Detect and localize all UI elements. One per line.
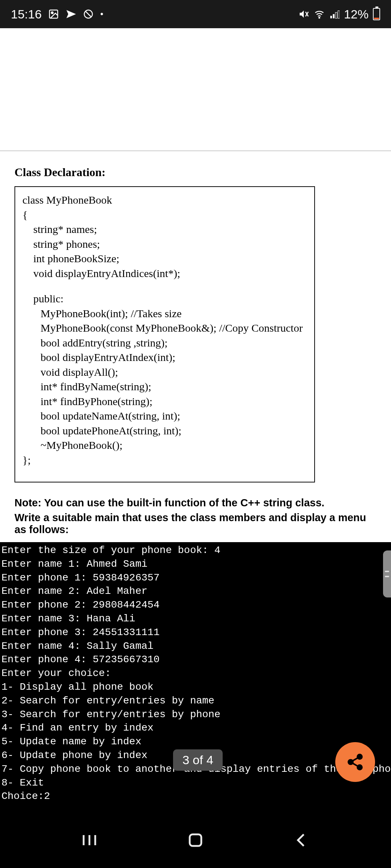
instruction-text: Write a suitable main that uses the clas…	[14, 512, 377, 536]
code-line: MyPhoneBook(int); //Takes size	[22, 306, 307, 321]
svg-rect-5	[333, 14, 335, 18]
code-line: int* findByPhone(string);	[22, 394, 307, 409]
share-icon	[346, 753, 364, 771]
svg-point-1	[51, 12, 53, 14]
section-heading: Class Declaration:	[14, 166, 377, 179]
home-button[interactable]	[187, 831, 204, 850]
code-line: void displayAll();	[22, 365, 307, 380]
svg-point-8	[357, 754, 362, 759]
status-bar: 15:16 • 12%	[0, 0, 391, 28]
page-indicator: 3 of 4	[173, 749, 223, 771]
status-right: 12%	[298, 7, 380, 21]
svg-point-3	[319, 17, 320, 18]
code-line: {	[22, 208, 307, 222]
svg-rect-16	[190, 834, 201, 846]
svg-rect-6	[335, 12, 337, 18]
wifi-icon	[314, 9, 325, 20]
battery-icon	[373, 8, 380, 20]
no-disturb-icon	[83, 9, 94, 20]
code-line: int phoneBookSize;	[22, 251, 307, 266]
code-block: class MyPhoneBook { string* names; strin…	[14, 186, 315, 482]
signal-icon	[329, 9, 340, 19]
navigation-bar	[0, 814, 391, 868]
code-line: bool updateNameAt(string, int);	[22, 409, 307, 424]
code-line: int* findByName(string);	[22, 379, 307, 394]
recents-button[interactable]	[81, 831, 98, 850]
code-line: };	[22, 453, 307, 468]
status-time: 15:16	[11, 7, 42, 21]
send-icon	[66, 9, 76, 20]
svg-rect-7	[338, 11, 340, 18]
code-line: string* phones;	[22, 237, 307, 252]
code-line: bool addEntry(string ,string);	[22, 336, 307, 350]
status-left: 15:16 •	[11, 7, 104, 21]
code-line: public:	[22, 292, 307, 306]
svg-line-12	[353, 763, 358, 766]
svg-point-10	[357, 765, 362, 770]
code-line: bool displayEntryAtIndex(int);	[22, 350, 307, 365]
blank-header-area	[0, 28, 391, 151]
back-button[interactable]	[293, 831, 310, 850]
code-line: string* names;	[22, 222, 307, 237]
svg-point-9	[348, 760, 353, 765]
image-icon	[48, 9, 59, 20]
mute-icon	[298, 9, 309, 20]
code-line: MyPhoneBook(const MyPhoneBook&); //Copy …	[22, 321, 307, 336]
edge-panel-handle[interactable]	[383, 550, 391, 597]
share-button[interactable]	[335, 742, 375, 782]
svg-rect-4	[330, 16, 332, 18]
terminal-output: Enter the size of your phone book: 4 Ent…	[0, 542, 391, 814]
code-line: class MyPhoneBook	[22, 193, 307, 208]
note-text: Note: You can use the built-in function …	[14, 497, 377, 509]
svg-line-11	[353, 758, 358, 761]
code-line: ~MyPhoneBook();	[22, 438, 307, 453]
battery-percent: 12%	[344, 7, 369, 21]
code-line: void displayEntryAtIndices(int*);	[22, 266, 307, 281]
dot-icon: •	[100, 9, 103, 19]
code-line: bool updatePhoneAt(string, int);	[22, 424, 307, 438]
